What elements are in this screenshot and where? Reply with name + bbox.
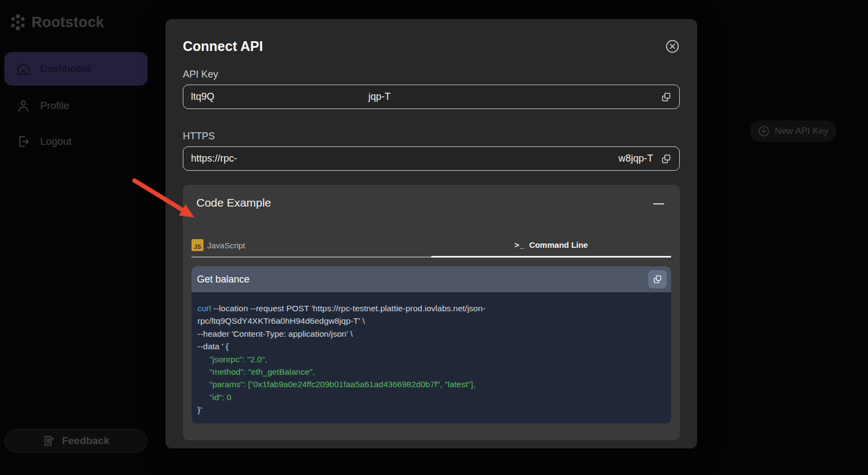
- code-line: "method": "eth_getBalance",: [197, 365, 663, 378]
- modal-header: Connect API: [183, 37, 680, 55]
- code-example-header: Code Example —: [192, 195, 671, 211]
- https-input[interactable]: https://rpc- w8jqp-T: [183, 146, 680, 171]
- copy-icon[interactable]: [661, 92, 672, 102]
- circle-x-icon: [665, 39, 680, 54]
- code-example-card: Code Example — JS JavaScript >_ Command …: [183, 185, 680, 440]
- code-line: curl --location --request POST 'https://…: [197, 302, 663, 314]
- code-block: curl --location --request POST 'https://…: [192, 292, 671, 423]
- collapse-icon[interactable]: —: [651, 197, 666, 208]
- javascript-icon: JS: [192, 239, 203, 251]
- close-button[interactable]: [665, 38, 680, 54]
- tab-javascript[interactable]: JS JavaScript: [192, 234, 431, 258]
- tab-javascript-label: JavaScript: [207, 241, 245, 250]
- https-label: HTTPS: [183, 131, 680, 142]
- code-line: --header 'Content-Type: application/json…: [197, 328, 663, 340]
- api-key-value-start: ltq9Q: [191, 91, 214, 102]
- tab-command-line[interactable]: >_ Command Line: [431, 234, 671, 258]
- api-key-input[interactable]: ltq9Q jqp-T: [183, 85, 680, 109]
- https-value-end: w8jqp-T: [618, 153, 653, 164]
- tab-command-line-label: Command Line: [529, 240, 588, 249]
- copy-icon[interactable]: [661, 153, 672, 164]
- copy-icon: [653, 274, 662, 284]
- code-line: rpc/ltq9QSdY4XKTr6a0hH94d6edgw8jqp-T' \: [197, 314, 663, 327]
- code-line: --data ' {: [197, 340, 663, 352]
- api-key-label: API Key: [183, 69, 680, 80]
- terminal-prompt-icon: >_: [514, 240, 525, 249]
- code-line: }': [197, 403, 663, 416]
- code-example-title: Code Example: [196, 196, 271, 209]
- code-snippet: Get balance curl --location --request PO…: [192, 266, 671, 423]
- api-key-value-end: jqp-T: [368, 91, 391, 102]
- snippet-title: Get balance: [197, 274, 250, 285]
- code-line: "id": 0: [197, 391, 663, 403]
- copy-code-button[interactable]: [648, 270, 667, 288]
- code-line: "jsonrpc": "2.0",: [197, 353, 663, 365]
- snippet-header: Get balance: [192, 266, 671, 292]
- modal-title: Connect API: [183, 38, 263, 54]
- code-language-tabs: JS JavaScript >_ Command Line: [192, 234, 671, 258]
- connect-api-modal: Connect API API Key ltq9Q jqp-T HTTPS ht…: [165, 19, 697, 448]
- https-value-start: https://rpc-: [191, 153, 237, 164]
- code-line: "params": ["0x1fab9a0e24ffc209b01faa5a61…: [197, 378, 663, 390]
